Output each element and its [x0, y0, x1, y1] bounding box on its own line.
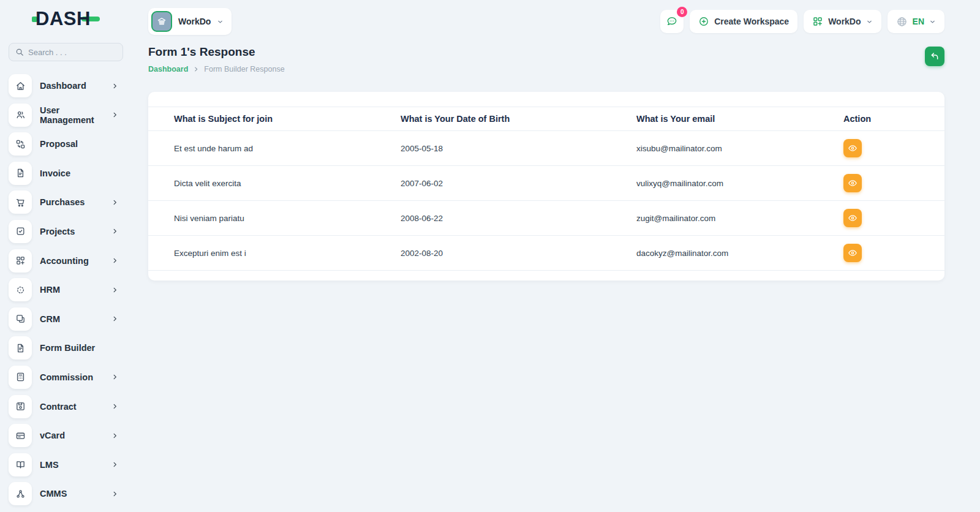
view-response-button[interactable]: [843, 209, 862, 227]
cell-email: zugit@mailinator.com: [630, 201, 843, 236]
language-label: EN: [913, 17, 924, 26]
workspace-select[interactable]: WorkDo: [148, 8, 232, 35]
sidebar-item-label: User Management: [40, 105, 111, 125]
sidebar-item-contract[interactable]: Contract: [9, 394, 123, 419]
cell-email: dacokyz@mailinator.com: [630, 236, 843, 271]
sidebar-item-accounting[interactable]: Accounting: [9, 249, 123, 273]
sidebar-item-label: Accounting: [40, 256, 111, 266]
page-header-text: Form 1's Response Dashboard Form Builder…: [148, 45, 285, 73]
sidebar-item-label: vCard: [40, 431, 111, 440]
table-header-row: What is Subject for join What is Your Da…: [148, 107, 944, 131]
page-header: Form 1's Response Dashboard Form Builder…: [148, 45, 944, 73]
breadcrumb-separator-icon: [193, 66, 199, 72]
plus-circle-icon: [698, 16, 709, 27]
cell-dob: 2005-05-18: [394, 131, 630, 166]
chevron-right-icon: [111, 199, 118, 206]
sidebar-item-label: Proposal: [40, 139, 123, 149]
language-dropdown[interactable]: EN: [888, 10, 944, 33]
sidebar-item-cmms[interactable]: CMMS: [9, 481, 123, 506]
file-icon: [9, 336, 32, 360]
chevron-right-icon: [111, 83, 118, 89]
search-icon: [15, 48, 24, 56]
chevron-down-icon: [929, 18, 936, 25]
sidebar-nav: Dashboard User Management Proposal Invoi…: [0, 69, 132, 512]
sidebar-item-projects[interactable]: Projects: [9, 219, 123, 244]
eye-icon: [848, 143, 858, 153]
sidebar-item-invoice[interactable]: Invoice: [9, 161, 123, 186]
sidebar-item-commission[interactable]: Commission: [9, 365, 123, 390]
sidebar-item-label: Commission: [40, 372, 111, 382]
chevron-right-icon: [111, 257, 118, 264]
return-arrow-icon: [930, 51, 940, 61]
chevron-right-icon: [111, 432, 118, 439]
table-row: Et est unde harum ad 2005-05-18 xisubu@m…: [148, 131, 944, 166]
chevron-down-icon: [217, 18, 224, 25]
squares-icon: [9, 307, 32, 331]
sidebar-item-crm[interactable]: CRM: [9, 307, 123, 331]
view-response-button[interactable]: [843, 174, 862, 192]
proposal-icon: [9, 132, 32, 156]
workspace-select-label: WorkDo: [178, 17, 211, 26]
cell-subject: Et est unde harum ad: [148, 131, 394, 166]
sidebar-item-label: Form Builder: [40, 343, 123, 353]
table-row: Dicta velit exercita 2007-06-02 vulixyq@…: [148, 166, 944, 201]
cell-subject: Excepturi enim est i: [148, 236, 394, 271]
book-icon: [9, 453, 32, 476]
cell-subject: Dicta velit exercita: [148, 166, 394, 201]
sidebar-item-vcard[interactable]: vCard: [9, 423, 123, 448]
page-title: Form 1's Response: [148, 45, 285, 59]
view-response-button[interactable]: [843, 244, 862, 262]
eye-icon: [848, 213, 858, 223]
chevron-right-icon: [111, 461, 118, 468]
chevron-down-icon: [866, 18, 873, 25]
breadcrumb-current: Form Builder Response: [204, 65, 284, 73]
cell-email: xisubu@mailinator.com: [630, 131, 843, 166]
create-workspace-button[interactable]: Create Workspace: [690, 10, 797, 33]
messages-button[interactable]: 0: [660, 10, 684, 33]
main-area: WorkDo 0 Create Workspace WorkDo EN: [132, 0, 980, 512]
sidebar-item-label: CMMS: [40, 489, 111, 499]
sidebar-item-label: HRM: [40, 285, 111, 295]
sidebar-item-lms[interactable]: LMS: [9, 453, 123, 477]
chevron-right-icon: [111, 111, 118, 118]
cell-dob: 2008-06-22: [394, 201, 630, 236]
chevron-right-icon: [111, 228, 118, 235]
invoice-icon: [9, 162, 32, 185]
topbar: WorkDo 0 Create Workspace WorkDo EN: [148, 0, 944, 37]
table-row: Nisi veniam pariatu 2008-06-22 zugit@mai…: [148, 201, 944, 236]
cell-dob: 2002-08-20: [394, 236, 630, 271]
nodes-icon: [9, 482, 32, 505]
sidebar-item-label: Purchases: [40, 197, 111, 207]
sidebar-item-user-management[interactable]: User Management: [9, 103, 123, 127]
sidebar-item-hrm[interactable]: HRM: [9, 277, 123, 302]
sidebar-item-label: Invoice: [40, 168, 123, 178]
chevron-right-icon: [111, 315, 118, 322]
grid-plus-icon: [812, 16, 823, 27]
sidebar-search[interactable]: [9, 43, 123, 61]
sidebar-item-label: CRM: [40, 314, 111, 324]
target-icon: [9, 278, 32, 301]
card-icon: [9, 424, 32, 447]
workdo-dropdown[interactable]: WorkDo: [804, 10, 881, 33]
sidebar-item-label: LMS: [40, 460, 111, 470]
search-input[interactable]: [28, 48, 116, 57]
logo-text: DASH: [36, 8, 91, 30]
messages-badge: 0: [677, 7, 687, 17]
sidebar-item-form-builder[interactable]: Form Builder: [9, 336, 123, 360]
cart-icon: [9, 190, 32, 214]
breadcrumb-dashboard-link[interactable]: Dashboard: [148, 65, 188, 73]
cell-dob: 2007-06-02: [394, 166, 630, 201]
users-icon: [9, 104, 32, 127]
sidebar-item-proposal[interactable]: Proposal: [9, 132, 123, 156]
sidebar-item-label: Contract: [40, 402, 111, 412]
workdo-dropdown-label: WorkDo: [828, 17, 861, 26]
response-table: What is Subject for join What is Your Da…: [148, 107, 944, 271]
sidebar-item-dashboard[interactable]: Dashboard: [9, 73, 123, 98]
view-response-button[interactable]: [843, 139, 862, 157]
back-button[interactable]: [925, 47, 944, 66]
table-row: Excepturi enim est i 2002-08-20 dacokyz@…: [148, 236, 944, 271]
topbar-right-cluster: 0 Create Workspace WorkDo EN: [660, 10, 944, 33]
sidebar-item-purchases[interactable]: Purchases: [9, 190, 123, 214]
response-table-card: What is Subject for join What is Your Da…: [148, 92, 944, 280]
chevron-right-icon: [111, 403, 118, 410]
